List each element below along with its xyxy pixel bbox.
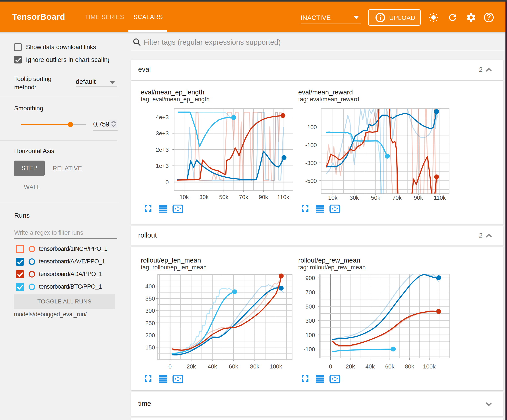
- svg-text:350: 350: [145, 295, 155, 302]
- svg-text:0: 0: [329, 363, 332, 370]
- svg-text:60k: 60k: [385, 363, 395, 370]
- svg-text:100k: 100k: [270, 363, 282, 370]
- svg-text:100: 100: [306, 332, 315, 338]
- svg-text:150: 150: [145, 344, 155, 351]
- svg-text:500: 500: [306, 303, 315, 310]
- svg-text:400: 400: [145, 283, 155, 290]
- svg-text:60k: 60k: [229, 363, 239, 370]
- svg-text:20k: 20k: [187, 363, 196, 370]
- svg-text:10k: 10k: [328, 194, 338, 201]
- svg-text:80k: 80k: [250, 363, 260, 370]
- svg-text:250: 250: [145, 320, 155, 326]
- svg-text:1e+3: 1e+3: [156, 163, 169, 169]
- svg-text:10k: 10k: [180, 194, 189, 200]
- svg-text:300: 300: [145, 307, 155, 314]
- svg-text:30k: 30k: [350, 194, 359, 201]
- svg-text:90k: 90k: [414, 194, 423, 201]
- svg-text:90k: 90k: [259, 194, 268, 200]
- svg-text:30k: 30k: [199, 194, 209, 200]
- svg-text:2e+3: 2e+3: [156, 146, 169, 153]
- svg-text:0: 0: [166, 179, 169, 186]
- svg-text:-100: -100: [303, 346, 315, 352]
- svg-text:4e+3: 4e+3: [156, 114, 169, 121]
- svg-text:0: 0: [169, 363, 172, 370]
- svg-text:110k: 110k: [277, 194, 289, 200]
- svg-text:100: 100: [307, 124, 317, 131]
- svg-text:700: 700: [306, 289, 315, 296]
- svg-text:-500: -500: [305, 178, 317, 184]
- svg-text:300: 300: [306, 317, 315, 324]
- svg-text:20k: 20k: [345, 363, 355, 370]
- svg-text:200: 200: [145, 332, 155, 339]
- svg-text:40k: 40k: [365, 363, 375, 370]
- svg-text:-100: -100: [305, 142, 317, 148]
- svg-text:3e+3: 3e+3: [156, 130, 169, 137]
- svg-text:70k: 70k: [239, 194, 248, 200]
- svg-text:900: 900: [306, 275, 315, 281]
- svg-text:50k: 50k: [219, 194, 229, 200]
- svg-text:-300: -300: [305, 160, 317, 166]
- svg-text:100k: 100k: [423, 363, 436, 370]
- svg-text:40k: 40k: [208, 363, 217, 370]
- svg-text:70k: 70k: [392, 194, 402, 201]
- svg-text:110k: 110k: [434, 194, 446, 201]
- svg-text:50k: 50k: [371, 194, 380, 201]
- svg-text:80k: 80k: [405, 363, 415, 370]
